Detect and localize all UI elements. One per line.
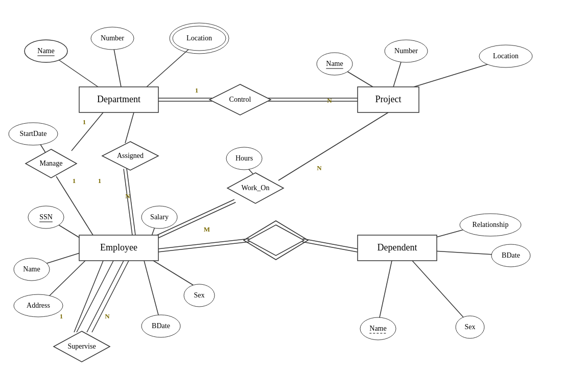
er-diagram-canvas (0, 0, 588, 390)
